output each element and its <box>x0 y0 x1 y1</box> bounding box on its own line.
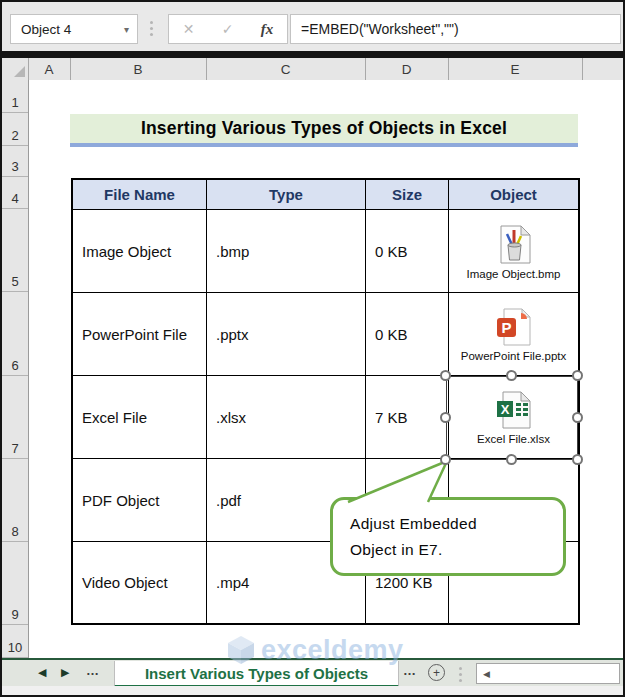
row-header-1[interactable]: 1 <box>2 80 28 113</box>
table-header-file-name: File Name <box>73 180 207 210</box>
row-header-6[interactable]: 6 <box>2 292 28 376</box>
select-all-corner[interactable] <box>2 58 29 80</box>
status-strip <box>2 686 623 695</box>
row-headers: 1 2 3 4 5 6 7 8 9 10 <box>2 80 29 658</box>
column-headers: A B C D E <box>2 58 623 81</box>
worksheet-title-banner: Inserting Various Types of Objects in Ex… <box>70 114 578 147</box>
row-header-10[interactable]: 10 <box>2 625 28 658</box>
sheet-nav-right-icon[interactable]: ▶ <box>61 666 69 679</box>
cell-file-name[interactable]: Excel File <box>73 376 207 459</box>
column-header-c[interactable]: C <box>206 58 366 80</box>
cell-type[interactable]: .xlsx <box>207 376 366 459</box>
cell-size[interactable]: 0 KB <box>366 210 449 293</box>
resize-handle-bottom-left[interactable] <box>440 454 451 465</box>
active-sheet-tab-label: Insert Various Types of Objects <box>145 665 368 682</box>
table-header-type: Type <box>207 180 366 210</box>
column-header-a[interactable]: A <box>28 58 71 80</box>
column-header-b[interactable]: B <box>70 58 207 80</box>
row-header-9[interactable]: 9 <box>2 542 28 625</box>
powerpoint-object-icon: P <box>495 307 533 347</box>
svg-text:X: X <box>500 402 509 417</box>
object-label: PowerPoint File.pptx <box>461 350 566 362</box>
excel-object-icon: X <box>494 390 534 430</box>
hidden-tabs-left[interactable]: … <box>86 663 100 678</box>
column-header-partial[interactable] <box>582 58 623 80</box>
bmp-object-icon <box>494 223 534 265</box>
resize-handle-bottom-center[interactable] <box>506 454 517 465</box>
resize-handle-middle-right[interactable] <box>572 412 583 423</box>
sheet-tab-bar: ◀ ▶ … Insert Various Types of Objects … … <box>2 658 623 686</box>
new-sheet-button[interactable]: + <box>428 664 445 681</box>
cell-size[interactable]: 0 KB <box>366 293 449 376</box>
column-header-d[interactable]: D <box>365 58 449 80</box>
toolbar-separator-dots <box>150 21 153 24</box>
worksheet-title: Inserting Various Types of Objects in Ex… <box>141 118 507 139</box>
insert-function-icon[interactable]: fx <box>261 21 274 38</box>
svg-text:P: P <box>501 318 511 335</box>
name-box-value: Object 4 <box>11 22 124 37</box>
cell-object[interactable]: Image Object.bmp <box>449 210 578 293</box>
row-header-2[interactable]: 2 <box>2 113 28 146</box>
tabbar-separator-dots <box>459 667 462 670</box>
cancel-icon[interactable]: ✕ <box>183 21 195 37</box>
name-box[interactable]: Object 4 ▾ <box>10 14 138 44</box>
resize-handle-top-center[interactable] <box>506 370 517 381</box>
cell-type[interactable]: .pptx <box>207 293 366 376</box>
hidden-tabs-right[interactable]: … <box>403 663 417 678</box>
cell-file-name[interactable]: PowerPoint File <box>73 293 207 376</box>
formula-input[interactable]: =EMBED("Worksheet","") <box>290 14 621 44</box>
sheet-nav-left-icon[interactable]: ◀ <box>38 666 46 679</box>
plus-icon: + <box>433 667 440 679</box>
formula-text: =EMBED("Worksheet","") <box>291 21 459 37</box>
cell-type[interactable]: .bmp <box>207 210 366 293</box>
cell-file-name[interactable]: PDF Object <box>73 459 207 542</box>
column-header-e[interactable]: E <box>448 58 583 80</box>
callout-bubble: Adjust Embedded Object in E7. <box>330 497 566 576</box>
cell-object[interactable]: P PowerPoint File.pptx <box>449 293 578 376</box>
row-header-8[interactable]: 8 <box>2 459 28 542</box>
resize-handle-top-left[interactable] <box>440 370 451 381</box>
horizontal-scrollbar[interactable]: ◀ <box>476 663 620 684</box>
formula-bar-row: Object 4 ▾ ✕ ✓ fx =EMBED("Worksheet","") <box>2 2 623 51</box>
cell-size[interactable]: 7 KB <box>366 376 449 459</box>
enter-icon[interactable]: ✓ <box>222 21 234 37</box>
callout-line-2: Object in E7. <box>350 537 563 563</box>
screenshot-divider <box>0 51 625 58</box>
resize-handle-middle-left[interactable] <box>440 412 451 423</box>
row-header-3[interactable]: 3 <box>2 146 28 177</box>
table-header-size: Size <box>366 180 449 210</box>
callout-line-1: Adjust Embedded <box>350 511 563 537</box>
excel-window: Object 4 ▾ ✕ ✓ fx =EMBED("Worksheet","")… <box>0 0 625 697</box>
sheet-area: 1 2 3 4 5 6 7 8 9 10 Inserting Various T… <box>2 80 623 658</box>
object-label: Image Object.bmp <box>467 268 561 280</box>
formula-action-icons: ✕ ✓ fx <box>168 14 288 44</box>
row-header-5[interactable]: 5 <box>2 209 28 292</box>
cell-file-name[interactable]: Video Object <box>73 542 207 623</box>
cell-file-name[interactable]: Image Object <box>73 210 207 293</box>
name-box-dropdown-icon[interactable]: ▾ <box>124 24 137 35</box>
row-header-4[interactable]: 4 <box>2 177 28 209</box>
row-header-7[interactable]: 7 <box>2 376 28 459</box>
active-sheet-tab[interactable]: Insert Various Types of Objects <box>114 661 399 688</box>
cell-object-selected[interactable]: X Excel File.xlsx <box>449 376 578 459</box>
resize-handle-top-right[interactable] <box>572 370 583 381</box>
resize-handle-bottom-right[interactable] <box>572 454 583 465</box>
table-header-object: Object <box>449 180 578 210</box>
object-label: Excel File.xlsx <box>477 433 550 445</box>
scroll-left-icon[interactable]: ◀ <box>477 669 490 679</box>
